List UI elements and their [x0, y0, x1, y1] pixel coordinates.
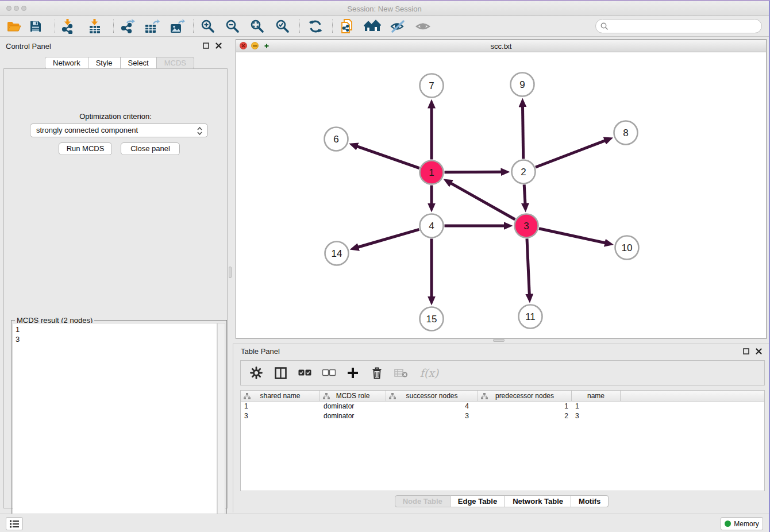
delete-row-button[interactable]	[369, 365, 384, 380]
table-cell[interactable]: dominator	[320, 402, 386, 411]
search-field[interactable]	[595, 19, 762, 33]
export-network-button[interactable]	[117, 18, 138, 35]
table-settings-button[interactable]	[249, 365, 264, 380]
edge-2-3[interactable]	[524, 184, 525, 204]
zoom-in-icon	[201, 19, 215, 34]
plus-icon	[347, 367, 359, 379]
graph-node-14[interactable]: 14	[325, 242, 349, 265]
table-header-row: shared nameMCDS rolesuccessor nodesprede…	[241, 391, 764, 402]
graph-node-3[interactable]: 3	[515, 214, 538, 238]
table-panel-float-button[interactable]	[741, 346, 750, 356]
hide-selected-button[interactable]	[387, 18, 408, 35]
table-cell[interactable]: 3	[572, 411, 621, 421]
graph-node-11[interactable]: 11	[519, 305, 542, 329]
graph-node-10[interactable]: 10	[615, 236, 639, 260]
export-image-button[interactable]	[167, 18, 187, 35]
table-cell[interactable]: 1	[241, 402, 320, 411]
save-session-button[interactable]	[25, 18, 46, 35]
mcds-result-textarea[interactable]: 1 3	[13, 323, 217, 532]
zoom-fit-button[interactable]	[247, 18, 268, 35]
table-cell[interactable]: dominator	[320, 411, 386, 421]
table-row-1[interactable]: 3dominator323	[241, 411, 764, 421]
graph-node-6[interactable]: 6	[325, 128, 348, 151]
refresh-icon	[308, 19, 323, 34]
unselect-all-columns-button[interactable]	[321, 365, 336, 380]
window-titlebar: Session: New Session	[0, 1, 769, 16]
table-panel-close-button[interactable]	[754, 346, 763, 356]
edge-3-1[interactable]	[451, 183, 515, 219]
graph-node-8[interactable]: 8	[614, 121, 638, 145]
panel-divider-grip-horizontal[interactable]	[493, 339, 505, 342]
clone-network-button[interactable]	[337, 18, 357, 35]
control-panel-float-button[interactable]	[201, 41, 210, 50]
table-row-0[interactable]: 1dominator411	[241, 402, 764, 411]
zoom-in-button[interactable]	[198, 18, 218, 35]
close-panel-button[interactable]: Close panel	[121, 142, 180, 155]
select-all-columns-button[interactable]	[297, 365, 312, 380]
graph-node-15[interactable]: 15	[420, 307, 444, 331]
edge-4-14[interactable]	[357, 229, 419, 247]
panel-divider-grip[interactable]	[229, 267, 232, 278]
graph-node-7[interactable]: 7	[420, 74, 444, 98]
export-table-button[interactable]	[141, 18, 162, 35]
tab-network-table[interactable]: Network Table	[505, 495, 571, 507]
columns-icon	[275, 367, 287, 379]
graph-node-4[interactable]: 4	[420, 214, 444, 238]
main-toolbar	[0, 16, 769, 37]
network-graph-canvas[interactable]: 7968124314101511	[236, 52, 766, 338]
graph-node-1[interactable]: 1	[420, 161, 444, 184]
tab-mcds[interactable]: MCDS	[157, 57, 194, 69]
zoom-out-button[interactable]	[222, 18, 243, 35]
tab-motifs[interactable]: Motifs	[571, 495, 609, 507]
table-panel: Table Panel	[233, 344, 770, 512]
tab-network[interactable]: Network	[45, 57, 88, 69]
optimization-select[interactable]: strongly connected component	[30, 124, 208, 137]
show-all-networks-button[interactable]	[362, 18, 383, 35]
import-table-button[interactable]	[84, 18, 105, 35]
table-cell[interactable]: 1	[572, 402, 621, 411]
tab-style[interactable]: Style	[88, 57, 121, 69]
show-selected-button[interactable]	[413, 18, 433, 35]
memory-button[interactable]: Memory	[721, 517, 763, 530]
column-header-MCDS-role[interactable]: MCDS role	[320, 391, 386, 401]
tab-node-table[interactable]: Node Table	[395, 495, 451, 507]
zoom-selected-button[interactable]	[272, 18, 293, 35]
edge-1-6[interactable]	[356, 146, 419, 168]
memory-label: Memory	[734, 520, 759, 528]
node-label-11: 11	[525, 311, 536, 322]
edge-3-11[interactable]	[527, 238, 529, 295]
task-history-button[interactable]	[6, 517, 23, 530]
control-panel-close-button[interactable]	[214, 41, 223, 50]
column-header-name[interactable]: name	[572, 391, 621, 401]
apply-function-button: f(x)	[418, 365, 441, 380]
table-cell[interactable]: 4	[386, 402, 478, 411]
node-table[interactable]: shared nameMCDS rolesuccessor nodesprede…	[240, 390, 765, 491]
show-columns-button[interactable]	[273, 365, 288, 380]
open-session-button[interactable]	[3, 18, 24, 35]
table-cell[interactable]: 3	[386, 411, 478, 421]
column-header-successor-nodes[interactable]: successor nodes	[386, 391, 478, 401]
refresh-button[interactable]	[305, 18, 326, 35]
graph-node-2[interactable]: 2	[512, 160, 536, 184]
edge-3-10[interactable]	[539, 229, 606, 243]
import-network-button[interactable]	[57, 18, 78, 35]
node-label-10: 10	[622, 242, 633, 253]
table-cell[interactable]: 1	[478, 402, 572, 411]
column-header-shared-name[interactable]: shared name	[241, 391, 320, 401]
search-input[interactable]	[595, 19, 762, 33]
table-cell[interactable]: 2	[478, 411, 572, 421]
edge-1-2[interactable]	[444, 172, 502, 172]
mcds-result-scrollbar[interactable]	[217, 323, 225, 532]
graph-node-9[interactable]: 9	[511, 73, 534, 97]
table-body: 1dominator4113dominator323	[241, 402, 764, 421]
edge-2-8[interactable]	[536, 140, 606, 167]
run-mcds-button[interactable]: Run MCDS	[59, 142, 112, 155]
tab-select[interactable]: Select	[121, 57, 157, 69]
table-cell[interactable]: 3	[241, 411, 320, 421]
edge-2-9[interactable]	[522, 106, 523, 159]
add-row-button[interactable]	[345, 365, 360, 380]
node-label-6: 6	[333, 134, 338, 145]
checked-boxes-icon	[298, 369, 311, 376]
column-header-predecessor-nodes[interactable]: predecessor nodes	[478, 391, 572, 401]
tab-edge-table[interactable]: Edge Table	[451, 495, 505, 507]
